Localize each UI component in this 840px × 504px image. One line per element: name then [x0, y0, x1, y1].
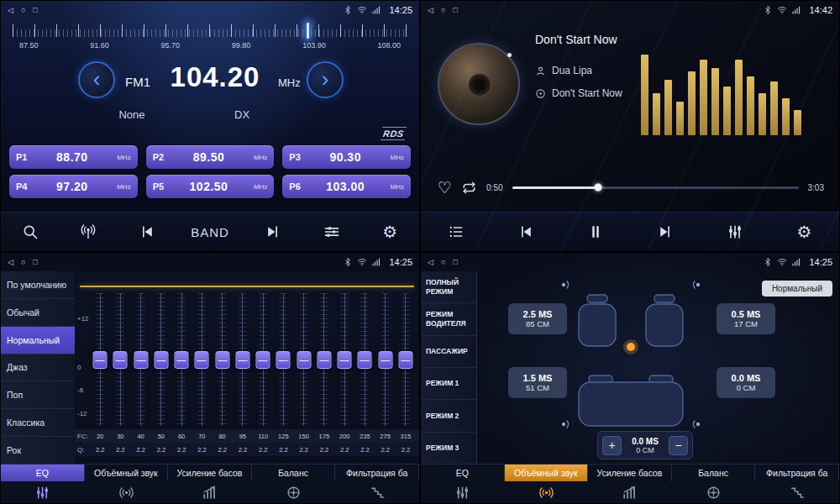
broadcast-button[interactable] [69, 215, 108, 249]
next-track-button[interactable] [646, 215, 685, 249]
preset-button-p6[interactable]: P6103.00MHz [282, 175, 411, 198]
home-icon[interactable]: ○ [441, 259, 445, 266]
eq-slider-thumb[interactable] [338, 351, 352, 369]
eq-preset-item[interactable]: Нормальный [1, 327, 75, 354]
increase-delay-button[interactable]: + [602, 436, 622, 455]
tab-eq[interactable]: EQ [1, 465, 85, 481]
settings-button[interactable]: ⚙ [370, 215, 409, 249]
eq-sliders-icon[interactable] [1, 481, 85, 503]
eq-preset-item[interactable]: По умолчанию [1, 271, 75, 299]
eq-band-slider[interactable] [233, 293, 253, 426]
seek-thumb[interactable] [594, 184, 601, 192]
preset-button-p2[interactable]: P289.50MHz [146, 145, 275, 169]
eq-slider-thumb[interactable] [93, 351, 108, 369]
listening-mode-item[interactable]: РЕЖИМ 1 [421, 368, 476, 400]
eq-slider-thumb[interactable] [378, 351, 392, 369]
eq-preset-item[interactable]: Джаз [1, 354, 75, 382]
recents-icon[interactable]: □ [453, 259, 457, 266]
eq-slider-thumb[interactable] [256, 351, 270, 369]
eq-slider-thumb[interactable] [235, 351, 249, 369]
listening-mode-item[interactable]: ПАССАЖИР [421, 336, 476, 368]
balance-icon[interactable] [672, 481, 756, 503]
decrease-delay-button[interactable]: − [669, 436, 688, 455]
eq-slider-thumb[interactable] [215, 351, 229, 369]
eq-slider-thumb[interactable] [358, 351, 372, 369]
recents-icon[interactable]: □ [453, 7, 457, 14]
frequency-scale[interactable]: 87.5091.6095.7099.80103.90108.00 [9, 23, 411, 55]
surround-sound-icon[interactable] [505, 481, 589, 503]
tab-bass-boost[interactable]: Усиление басов [588, 465, 672, 481]
front-left-delay[interactable]: 2.5 MS 85 CM [508, 303, 567, 334]
settings-button[interactable]: ⚙ [785, 215, 824, 249]
band-button[interactable]: BAND [186, 215, 234, 249]
eq-band-slider[interactable] [151, 293, 171, 426]
listening-mode-item[interactable]: РЕЖИМ ВОДИТЕЛЯ [421, 303, 476, 335]
eq-preset-item[interactable]: Поп [1, 381, 75, 409]
balance-icon[interactable] [252, 481, 336, 503]
tab-bass-boost[interactable]: Усиление басов [168, 465, 252, 481]
eq-band-slider[interactable] [90, 293, 110, 426]
back-icon[interactable]: ◁ [428, 259, 433, 266]
eq-band-slider[interactable] [110, 293, 130, 426]
filter-icon[interactable] [755, 481, 839, 503]
pause-button[interactable] [576, 215, 615, 249]
back-icon[interactable]: ◁ [8, 259, 13, 266]
eq-band-slider[interactable] [354, 293, 375, 426]
eq-slider-thumb[interactable] [317, 351, 331, 369]
tab-surround-sound[interactable]: Объёмный звук [505, 465, 589, 481]
eq-band-slider[interactable] [375, 293, 396, 426]
rear-right-delay[interactable]: 0.0 MS 0 CM [717, 367, 775, 398]
eq-sliders-icon[interactable] [421, 481, 505, 503]
profile-button[interactable]: Нормальный [762, 281, 832, 297]
tune-up-button[interactable]: › [307, 61, 344, 98]
eq-band-slider[interactable] [131, 293, 151, 426]
eq-slider-thumb[interactable] [113, 351, 128, 369]
eq-slider-thumb[interactable] [195, 351, 209, 369]
filter-icon[interactable] [335, 481, 419, 503]
eq-slider-thumb[interactable] [175, 351, 189, 369]
bass-boost-icon[interactable] [588, 481, 672, 503]
recents-icon[interactable]: □ [33, 7, 37, 14]
eq-band-slider[interactable] [192, 293, 212, 426]
eq-preset-item[interactable]: Классика [1, 409, 75, 437]
tune-down-button[interactable]: ‹ [78, 61, 115, 98]
listening-mode-item[interactable]: ПОЛНЫЙ РЕЖИМ [421, 271, 476, 303]
eq-slider-thumb[interactable] [398, 351, 412, 369]
listening-mode-item[interactable]: РЕЖИМ 2 [421, 400, 476, 432]
preset-button-p3[interactable]: P390.30MHz [282, 145, 411, 169]
tab-filter[interactable]: Фильтрация ба [335, 465, 419, 481]
prev-track-button[interactable] [507, 215, 545, 249]
tab-balance[interactable]: Баланс [252, 465, 336, 481]
surround-sound-icon[interactable] [85, 481, 169, 503]
eq-slider-thumb[interactable] [154, 351, 168, 369]
rear-left-delay[interactable]: 1.5 MS 51 CM [508, 367, 567, 398]
eq-preset-item[interactable]: Рок [1, 437, 75, 465]
eq-band-slider[interactable] [273, 293, 293, 426]
eq-band-slider[interactable] [213, 293, 233, 426]
preset-button-p4[interactable]: P497.20MHz [9, 175, 138, 198]
eq-band-slider[interactable] [314, 293, 334, 426]
eq-slider-thumb[interactable] [297, 351, 311, 369]
eq-band-slider[interactable] [171, 293, 192, 426]
bass-boost-icon[interactable] [168, 481, 252, 503]
home-icon[interactable]: ○ [441, 7, 445, 14]
back-icon[interactable]: ◁ [428, 7, 433, 14]
tab-eq[interactable]: EQ [421, 465, 505, 481]
tab-filter[interactable]: Фильтрация ба [755, 465, 839, 481]
scan-button[interactable] [11, 215, 50, 249]
favorite-button[interactable]: ♡ [438, 180, 452, 196]
eq-band-slider[interactable] [294, 293, 314, 426]
eq-slider-thumb[interactable] [276, 351, 291, 369]
repeat-button[interactable] [461, 180, 477, 196]
eq-slider-thumb[interactable] [134, 351, 148, 369]
back-icon[interactable]: ◁ [8, 7, 13, 14]
prev-station-button[interactable] [128, 215, 166, 249]
playlist-button[interactable] [437, 215, 475, 249]
next-station-button[interactable] [254, 215, 292, 249]
recents-icon[interactable]: □ [33, 259, 37, 266]
seek-bar[interactable] [512, 186, 799, 189]
eq-band-slider[interactable] [253, 293, 273, 426]
eq-settings-button[interactable] [716, 215, 754, 249]
tab-balance[interactable]: Баланс [672, 465, 756, 481]
tune-settings-button[interactable] [312, 215, 351, 249]
